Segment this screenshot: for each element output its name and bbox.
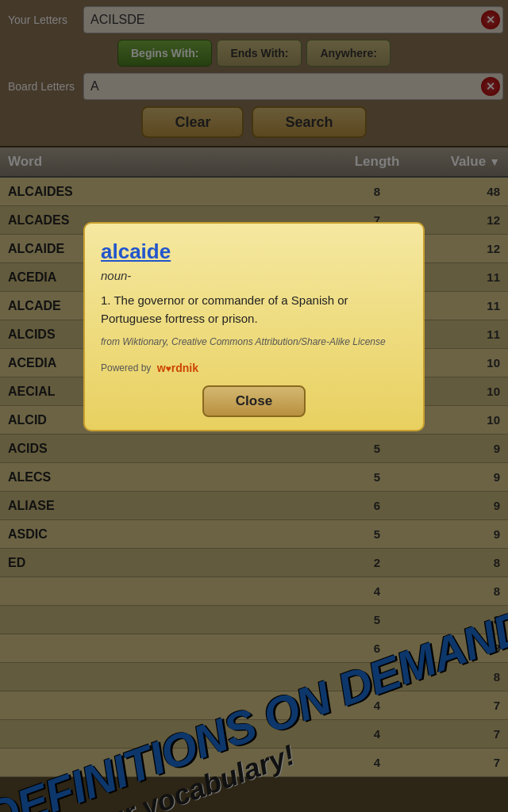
modal-powered-by: Powered by w♥rdnik [101,362,407,374]
modal-close-button[interactable]: Close [202,385,306,417]
modal-definition: 1. The governor or commander of a Spanis… [101,292,407,327]
modal-word-title: alcaide [101,239,407,264]
modal-part-of-speech: noun- [101,269,407,282]
wordnik-logo: w♥rdnik [157,362,198,374]
modal-overlay: alcaide noun- 1. The governor or command… [0,0,508,812]
modal-attribution: from Wiktionary, Creative Commons Attrib… [101,335,407,349]
definition-modal: alcaide noun- 1. The governor or command… [83,222,425,431]
